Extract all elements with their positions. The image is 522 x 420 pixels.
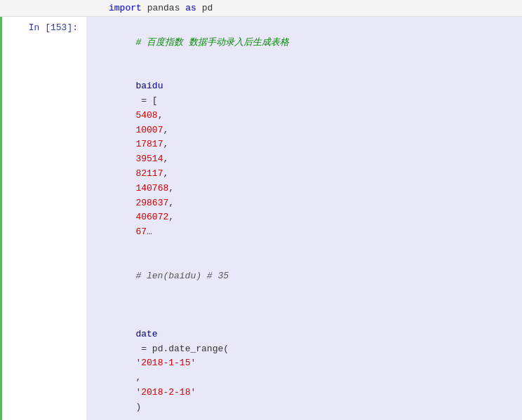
input-cell-153: In [153]: # 百度指数 数据手动录入后生成表格 baidu = [ 5… [0,17,522,420]
code-line-comment2: # len(baidu) # 35 [92,255,516,298]
code-line-date: date = pd.date_range( '2018-1-15' , '201… [92,313,516,420]
code-line-baidu: baidu = [ 5408, 10007, 17817, 39514, 821… [92,65,516,254]
code-line-comment1: # 百度指数 数据手动录入后生成表格 [92,21,516,65]
code-line-blank1 [92,298,516,313]
cell-in-label: In [153]: [2,17,86,420]
notebook: import pandas as pd In [153]: # 百度指数 数据手… [0,0,522,420]
import-pandas: pandas [147,3,186,13]
pd-alias: pd [202,3,213,13]
import-keyword: import [109,3,142,13]
cell-in-content[interactable]: # 百度指数 数据手动录入后生成表格 baidu = [ 5408, 10007… [86,17,522,420]
import-line: import pandas as pd [0,0,522,17]
as-keyword: as [185,3,196,13]
